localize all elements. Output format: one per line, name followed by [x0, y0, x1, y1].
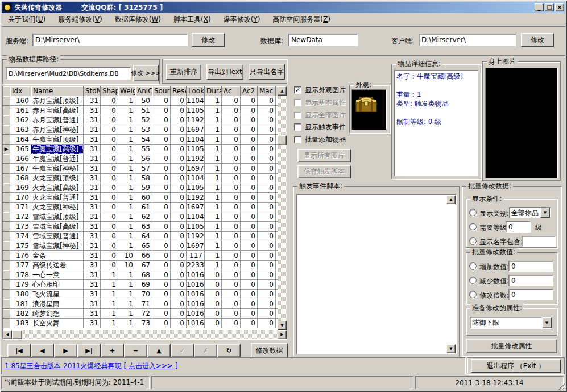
column-header-Weigh[interactable]: Weigh	[118, 86, 135, 96]
table-vertical-scrollbar[interactable]: ▲ ▼	[278, 86, 287, 330]
itemdb-modify-button[interactable]: 修改 >>>	[133, 65, 159, 81]
nav-insert-button[interactable]: +	[101, 344, 124, 357]
radio-name-contains[interactable]	[469, 237, 477, 245]
table-row[interactable]: 164牛魔宝藏[顶级]3101540011041000	[3, 135, 287, 145]
radio-need-level[interactable]	[469, 223, 477, 230]
itemdb-path-input[interactable]: D:\Mirserver\Mud2\DB\StdItems.DB	[6, 67, 131, 80]
checkbox-option-0[interactable]: ✓显示外观图片	[294, 86, 346, 94]
scroll-down-icon[interactable]: ▼	[278, 321, 287, 330]
scroll-up-icon[interactable]: ▲	[278, 86, 287, 96]
menu-item-V[interactable]: 服务端修改(V)	[52, 15, 109, 24]
nav-delete-button[interactable]: −	[124, 344, 147, 357]
table-row[interactable]: 170火龙宝藏[普通]3101600011921000	[3, 193, 287, 203]
nav-last-button[interactable]: ▶|	[77, 344, 101, 357]
column-header-Mac[interactable]: Mac	[258, 86, 276, 96]
table-row-selected[interactable]: ▶165牛魔宝藏[高级]3101550011051000	[3, 145, 287, 154]
table-row[interactable]: 168火龙宝藏[顶级]3101580011041000	[3, 174, 287, 183]
column-header-Sourc[interactable]: Sourc	[152, 86, 171, 96]
table-row[interactable]: 180飞火流星3111700010160000	[3, 290, 287, 299]
table-row[interactable]: 161赤月宝藏[高级]3101510011051000	[3, 106, 287, 115]
menu-item-X[interactable]: 脚本工具(X)	[167, 15, 217, 24]
column-header-DuraM[interactable]: DuraM	[205, 86, 222, 96]
scroll-left-icon[interactable]: ◀	[3, 330, 12, 339]
column-header-Looks[interactable]: Looks	[187, 86, 205, 96]
menu-item-U[interactable]: 关于我们(U)	[2, 15, 52, 24]
script-scroll-down-icon[interactable]: ▼	[446, 344, 456, 353]
table-row[interactable]: 171火龙宝藏[神秘]3101610016971000	[3, 203, 287, 212]
export-names-button[interactable]: 只导出名字	[249, 64, 285, 80]
chevron-down-icon[interactable]: ▼	[542, 317, 552, 328]
nav-refresh-button[interactable]: ↻	[217, 344, 241, 357]
radio-sub-value[interactable]	[469, 277, 477, 284]
radio-mul-value[interactable]	[469, 291, 477, 298]
checkbox-option-3[interactable]: 显示触发事件	[294, 123, 346, 131]
radio-add-value[interactable]	[469, 262, 477, 270]
menu-item-W[interactable]: 数据库修改(W)	[109, 15, 167, 24]
sub-value-input[interactable]: 0	[508, 275, 553, 286]
table-row[interactable]: 178一心一意3111680010160000	[3, 270, 287, 280]
column-header-Shape[interactable]: Shape	[101, 86, 118, 96]
table-row[interactable]: 169火龙宝藏[高级]3101590011051000	[3, 183, 287, 193]
table-row[interactable]: 175雪域宝藏[神秘]3101650016971000	[3, 241, 287, 251]
attribute-dropdown[interactable]: 防御下限 ▼	[470, 317, 552, 329]
column-header-StdMo[interactable]: StdMo	[84, 86, 101, 96]
server-modify-button[interactable]: 修改	[192, 33, 225, 47]
table-row[interactable]: 172雪域宝藏[顶级]3101620011041000	[3, 212, 287, 222]
resort-button[interactable]: 重新排序	[166, 64, 201, 80]
name-contains-input[interactable]	[522, 236, 556, 247]
column-header-Reser[interactable]: Reser	[171, 86, 187, 96]
script-scroll-up-icon[interactable]: ▲	[446, 195, 456, 204]
title-bar[interactable]: 失落传奇修改器 交流QQ群: [ 3125775 ] _ □ ×	[2, 2, 565, 13]
scroll-right-icon[interactable]: ▶	[278, 330, 287, 339]
column-header-AniCo[interactable]: AniCo	[135, 86, 152, 96]
exit-button[interactable]: 退出程序 （Exit ）	[471, 359, 561, 373]
table-row[interactable]: 179心心相印3111690010160000	[3, 280, 287, 290]
checkbox-option-4[interactable]: 批量添加物品	[294, 135, 346, 144]
batch-apply-button[interactable]: 批量修改属性	[466, 339, 557, 353]
table-row[interactable]: 173雪域宝藏[高级]3101630011051000	[3, 222, 287, 232]
table-row[interactable]: 166牛魔宝藏[普通]3101560011921000	[3, 154, 287, 164]
table-row[interactable]: 181浪漫星雨3111710010160000	[3, 299, 287, 309]
table-row[interactable]: 167牛魔宝藏[神秘]3101570016971000	[3, 164, 287, 174]
nav-prior-button[interactable]: ◀	[31, 344, 54, 357]
radio-display-category[interactable]	[469, 209, 477, 216]
vscroll-thumb[interactable]	[278, 135, 287, 145]
nav-edit-button[interactable]: ▲	[147, 344, 171, 357]
client-modify-button[interactable]: 修改	[521, 33, 554, 47]
cell-AniCo: 53	[135, 125, 152, 135]
minimize-icon[interactable]: _	[535, 3, 544, 11]
table-row[interactable]: 174雪域宝藏[普通]3101640011921000	[3, 232, 287, 241]
mul-value-input[interactable]: 0	[508, 289, 553, 300]
column-header-Name[interactable]: Name	[31, 86, 84, 96]
nav-first-button[interactable]: |◀	[7, 344, 31, 357]
export-text-button[interactable]: 导出到Text	[206, 64, 243, 80]
category-dropdown[interactable]: 全部物品 ▼	[509, 207, 551, 218]
server-path-input[interactable]: D:\Mirserver\	[32, 34, 188, 46]
column-header-Idx[interactable]: Idx	[10, 86, 31, 96]
chevron-down-icon[interactable]: ▼	[540, 208, 550, 218]
close-icon[interactable]: ×	[555, 3, 564, 11]
trigger-script-textarea[interactable]: ▲ ▼	[296, 194, 457, 354]
promo-link[interactable]: 1.85星王合击版本-2011火爆经典再现 [ 点击进入>>> ]	[5, 361, 178, 371]
table-row[interactable]: 163赤月宝藏[神秘]3101530016971000	[3, 125, 287, 135]
client-path-input[interactable]: D:\Mirserver\	[419, 34, 516, 46]
add-value-input[interactable]: 0	[508, 261, 553, 272]
table-row[interactable]: 183长空火舞3111730010160000	[3, 319, 287, 328]
nav-next-button[interactable]: ▶	[54, 344, 77, 357]
table-row[interactable]: 160赤月宝藏[顶级]3101500011041000	[3, 96, 287, 106]
column-header-Ac2[interactable]: Ac2	[241, 86, 258, 96]
table-row[interactable]: 182绮梦幻想3111720010160000	[3, 309, 287, 319]
maximize-icon[interactable]: □	[545, 3, 554, 11]
need-level-input[interactable]: 0	[506, 221, 531, 233]
menu-item-Y[interactable]: 爆率修改(Y)	[217, 15, 267, 24]
cell-Looks: 1192	[187, 193, 205, 203]
table-horizontal-scrollbar[interactable]: ◀ ▶	[3, 330, 287, 339]
hscroll-thumb[interactable]	[12, 330, 22, 339]
modify-data-button[interactable]: 修改数据	[251, 343, 288, 358]
column-header-Ac[interactable]: Ac	[222, 86, 241, 96]
table-row[interactable]: 176金条3101066001171000	[3, 251, 287, 261]
menu-item-Z[interactable]: 高防空间服务器(Z)	[266, 15, 337, 24]
table-row[interactable]: 177高级传送卷31010670022331000	[3, 261, 287, 270]
table-row[interactable]: 162赤月宝藏[普通]3101520011921000	[3, 115, 287, 125]
database-input[interactable]: NewData	[288, 34, 358, 46]
